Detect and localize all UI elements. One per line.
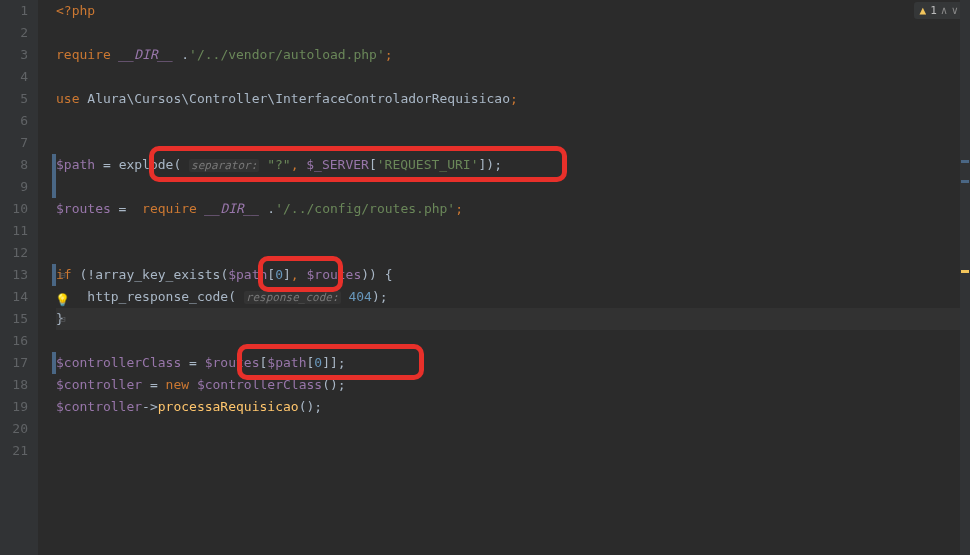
fold-toggle-icon[interactable]: ⊟ [58,264,68,286]
keyword-use: use [56,91,87,106]
next-highlight-icon[interactable]: ∨ [951,4,958,17]
line-number[interactable]: 3 [0,44,28,66]
function-call: http_response_code [87,289,228,304]
line-number[interactable]: 15 [0,308,28,330]
line-number[interactable]: 10 [0,198,28,220]
variable: $routes [306,267,361,282]
space [259,157,267,172]
bracket: [ [369,157,377,172]
paren: ); [372,289,388,304]
line-number-gutter: 1 2 3 4 5 6 7 8 9 10 11 12 13 14 15 16 1… [0,0,38,555]
keyword-require: require [142,201,205,216]
string: "?" [267,157,290,172]
operator: = [181,355,204,370]
paren: (! [79,267,95,282]
semicolon: ; [510,91,518,106]
paren: ( [173,157,189,172]
number: 0 [275,267,283,282]
line-number[interactable]: 13 [0,264,28,286]
operator: = [95,157,118,172]
line-number[interactable]: 7 [0,132,28,154]
brace: { [385,267,393,282]
error-stripe[interactable] [960,0,970,555]
code-content[interactable]: <?php require __DIR__ .'/../vendor/autol… [38,0,970,555]
string: 'REQUEST_URI' [377,157,479,172]
paren: (); [299,399,322,414]
vcs-change-marker[interactable] [52,154,56,176]
function-call: array_key_exists [95,267,220,282]
namespace: Alura\Cursos\Controller\ [87,91,275,106]
vcs-change-marker[interactable] [52,264,56,286]
fold-toggle-icon[interactable]: ⊟ [58,308,68,330]
line-number[interactable]: 4 [0,66,28,88]
operator: = [111,201,142,216]
variable: $path [56,157,95,172]
method-call: processaRequisicao [158,399,299,414]
comma: , [291,267,307,282]
prev-highlight-icon[interactable]: ∧ [941,4,948,17]
warning-count: 1 [930,4,937,17]
paren: )) [361,267,384,282]
line-number[interactable]: 12 [0,242,28,264]
bracket: ]]; [322,355,345,370]
line-number[interactable]: 17 [0,352,28,374]
operator: . [260,201,276,216]
bracket: [ [267,267,275,282]
line-number[interactable]: 11 [0,220,28,242]
line-number[interactable]: 8 [0,154,28,176]
number: 404 [348,289,371,304]
superglobal: $_SERVER [306,157,369,172]
line-number[interactable]: 16 [0,330,28,352]
variable: $path [267,355,306,370]
line-number[interactable]: 18 [0,374,28,396]
variable: $controllerClass [197,377,322,392]
stripe-mark[interactable] [961,270,969,273]
bracket: ] [283,267,291,282]
line-number[interactable]: 19 [0,396,28,418]
string: '/../vendor/autoload.php' [189,47,385,62]
variable: $path [228,267,267,282]
line-number[interactable]: 21 [0,440,28,462]
warning-icon: ▲ [920,4,927,17]
paren: ( [228,289,244,304]
keyword-new: new [166,377,197,392]
operator: = [142,377,165,392]
param-hint: separator: [189,159,259,172]
bracket: ]); [478,157,501,172]
keyword-require: require [56,47,119,62]
php-open-tag: <?php [56,3,95,18]
variable: $routes [56,201,111,216]
operator: . [173,47,189,62]
line-number[interactable]: 1 [0,0,28,22]
line-number[interactable]: 14 [0,286,28,308]
variable: $controller [56,399,142,414]
const-dir: __DIR__ [205,201,260,216]
line-number[interactable]: 5 [0,88,28,110]
line-number[interactable]: 20 [0,418,28,440]
vcs-change-marker[interactable] [52,176,56,198]
vcs-change-marker[interactable] [52,352,56,374]
comma: , [291,157,307,172]
paren: (); [322,377,345,392]
operator: -> [142,399,158,414]
inspections-widget[interactable]: ▲ 1 ∧ ∨ [914,2,965,19]
semicolon: ; [385,47,393,62]
function-call: explode [119,157,174,172]
code-editor: 1 2 3 4 5 6 7 8 9 10 11 12 13 14 15 16 1… [0,0,970,555]
semicolon: ; [455,201,463,216]
string: '/../config/routes.php' [275,201,455,216]
variable: $controller [56,377,142,392]
stripe-mark[interactable] [961,160,969,163]
line-number[interactable]: 9 [0,176,28,198]
class-name: InterfaceControladorRequisicao [275,91,510,106]
const-dir: __DIR__ [119,47,174,62]
variable: $controllerClass [56,355,181,370]
param-hint: response_code: [244,291,341,304]
line-number[interactable]: 2 [0,22,28,44]
number: 0 [314,355,322,370]
line-number[interactable]: 6 [0,110,28,132]
variable: $routes [205,355,260,370]
stripe-mark[interactable] [961,180,969,183]
